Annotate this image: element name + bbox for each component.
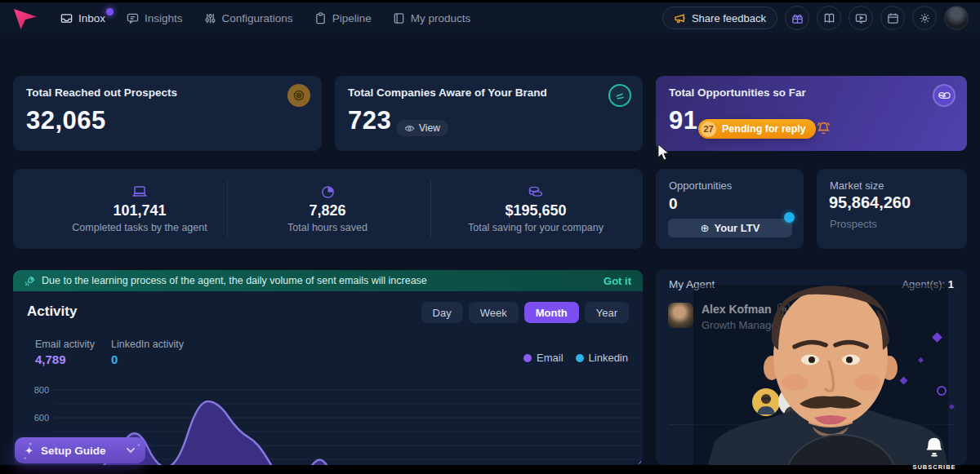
metrics-strip: 101,741 Completed tasks by the agent 7,8…	[13, 169, 643, 249]
prospects-card-title: Total Reached out Prospects	[26, 86, 177, 99]
view-button[interactable]: View	[396, 120, 448, 136]
inbox-icon	[60, 12, 73, 24]
tab-year[interactable]: Year	[585, 302, 629, 323]
prospects-card: Total Reached out Prospects 32,065	[13, 76, 322, 151]
pending-label: Pending for reply	[722, 123, 806, 135]
linkedin-activity-label: LinkedIn activity	[111, 339, 184, 350]
calendar-icon	[887, 12, 899, 24]
setup-guide-label: Setup Guide	[41, 445, 106, 457]
brand-card-value: 723	[348, 106, 391, 135]
activity-title: Activity	[27, 303, 77, 320]
chart-legend: Email Linkedin	[523, 352, 628, 364]
sparkle-star-icon: ✦	[24, 445, 33, 457]
metric-total-saving: $195,650 Total saving for your company	[442, 169, 630, 249]
nav-item-pipeline[interactable]: Pipeline	[314, 12, 372, 24]
market-size-title: Market size	[830, 179, 884, 192]
metric-value: $195,650	[505, 202, 566, 219]
nav-item-label: Insights	[145, 12, 183, 24]
metric-value: 101,741	[113, 202, 166, 219]
svg-text:800: 800	[34, 385, 49, 395]
pending-for-reply-button[interactable]: 27 Pending for reply	[698, 119, 816, 139]
demo-button[interactable]	[849, 6, 873, 30]
nav-item-label: Inbox	[78, 12, 105, 24]
gift-button[interactable]	[785, 6, 809, 30]
handshake-icon	[933, 84, 956, 107]
email-activity-label: Email activity	[35, 339, 95, 350]
app-logo-icon[interactable]	[11, 6, 39, 30]
nav-item-label: My products	[411, 12, 471, 24]
your-ltv-button[interactable]: ⊕ Your LTV	[668, 219, 792, 237]
screen-share-icon	[855, 12, 867, 24]
subscribe-label: SUBSCRIBE	[908, 463, 960, 471]
opportunities-panel-value: 0	[669, 195, 678, 213]
sparkle-ring-icon	[937, 386, 947, 396]
your-ltv-label: Your LTV	[715, 222, 760, 234]
laptop-icon	[131, 185, 148, 200]
tab-day[interactable]: Day	[421, 302, 463, 323]
share-feedback-button[interactable]: Share feedback	[662, 7, 777, 29]
user-avatar[interactable]	[944, 6, 969, 30]
share-feedback-label: Share feedback	[692, 12, 766, 24]
activity-chart: 800600	[13, 270, 643, 465]
calendar-button[interactable]	[880, 6, 905, 30]
metric-label: Total hours saved	[287, 222, 368, 233]
svg-text:600: 600	[34, 413, 49, 423]
prospects-card-value: 32,065	[26, 106, 106, 135]
setup-guide-button[interactable]: ✦ Setup Guide	[15, 437, 145, 463]
pending-count-badge: 27	[701, 122, 716, 137]
email-activity-value: 4,789	[35, 352, 66, 366]
divider	[227, 180, 228, 237]
activity-range-tabs: Day Week Month Year	[421, 302, 629, 323]
tab-month[interactable]: Month	[524, 302, 579, 323]
money-icon	[528, 185, 544, 200]
market-size-value: 95,864,260	[829, 193, 911, 212]
linkedin-activity-value: 0	[111, 352, 118, 366]
insights-icon	[127, 12, 139, 24]
clock-icon	[321, 185, 335, 200]
opportunities-card-title: Total Opportunities so Far	[669, 86, 806, 99]
plus-circle-icon: ⊕	[701, 222, 710, 234]
nav-item-label: Configurations	[222, 12, 293, 24]
tab-week[interactable]: Week	[469, 302, 519, 323]
divider	[430, 180, 431, 237]
docs-button[interactable]	[817, 6, 841, 30]
my-products-icon	[393, 12, 405, 24]
legend-email: Email	[523, 352, 564, 364]
legend-email-label: Email	[537, 352, 564, 364]
subscribe-bell-icon[interactable]	[922, 435, 947, 459]
book-icon	[823, 12, 835, 24]
nav-item-my-products[interactable]: My products	[393, 12, 471, 24]
nav-item-label: Pipeline	[332, 12, 372, 24]
configurations-icon	[204, 12, 216, 24]
top-nav: Inbox Insights Configurations Pipeline	[0, 2, 980, 33]
banner-text: Due to the learning process of the agent…	[42, 275, 427, 286]
brand-awareness-card: Total Companies Aware of Your Brand 723 …	[335, 76, 643, 151]
nav-item-inbox[interactable]: Inbox	[60, 12, 105, 24]
metric-hours-saved: 7,826 Total hours saved	[242, 169, 413, 249]
settings-button[interactable]	[912, 6, 937, 30]
notification-dot	[106, 8, 114, 16]
metric-value: 7,826	[309, 202, 345, 219]
legend-email-dot	[523, 354, 532, 362]
info-banner: Due to the learning process of the agent…	[13, 270, 643, 291]
letterbox-bottom	[0, 465, 980, 474]
target-icon	[287, 84, 310, 107]
opportunities-card: Total Opportunities so Far 91 27 Pending…	[656, 76, 967, 151]
market-size-sub: Prospects	[830, 218, 877, 230]
opportunities-panel-title: Opportunities	[669, 179, 732, 192]
reminder-bell-icon[interactable]	[816, 121, 831, 140]
chevron-down-icon	[126, 447, 136, 454]
letterbox-top	[0, 0, 980, 2]
pipeline-icon	[314, 12, 327, 24]
nav-item-configurations[interactable]: Configurations	[204, 12, 293, 24]
eye-icon	[404, 123, 415, 134]
metric-label: Completed tasks by the agent	[72, 222, 207, 233]
legend-linkedin-label: Linkedin	[589, 352, 628, 364]
subscribe-widget[interactable]: SUBSCRIBE	[908, 435, 960, 471]
legend-linkedin: Linkedin	[576, 352, 628, 364]
nav-item-insights[interactable]: Insights	[127, 12, 183, 24]
gear-icon	[919, 12, 931, 24]
market-size-panel: Market size 95,864,260 Prospects	[817, 169, 967, 249]
gift-icon	[791, 12, 804, 24]
got-it-button[interactable]: Got it	[604, 275, 631, 287]
